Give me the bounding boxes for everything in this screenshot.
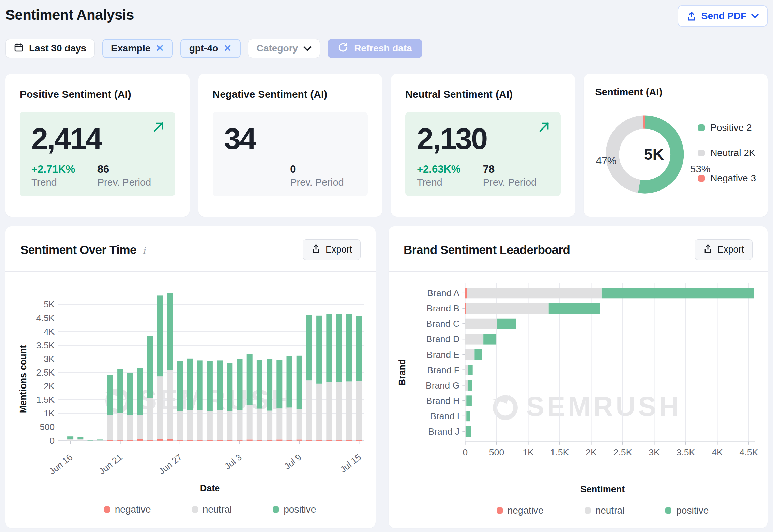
bar-segment[interactable] (356, 381, 362, 440)
bar-segment[interactable] (306, 440, 312, 441)
bar-segment[interactable] (117, 369, 123, 413)
bar-segment[interactable] (107, 415, 113, 440)
bar-segment[interactable] (77, 439, 83, 441)
bar-segment[interactable] (167, 439, 173, 441)
bar-segment[interactable] (117, 413, 123, 440)
bar-segment[interactable] (267, 411, 272, 440)
bar-segment[interactable] (257, 409, 262, 440)
filter-chip-gpt-4o[interactable]: gpt-4o ✕ (180, 39, 241, 58)
bar-segment[interactable] (107, 440, 113, 441)
bar-segment[interactable] (227, 440, 232, 441)
bar-segment[interactable] (177, 361, 183, 411)
bar-segment[interactable] (316, 440, 322, 441)
bar-segment[interactable] (217, 360, 223, 410)
bar-segment[interactable] (602, 288, 754, 299)
bar-segment[interactable] (137, 415, 143, 439)
close-icon[interactable]: ✕ (156, 44, 164, 53)
bar-segment[interactable] (467, 288, 602, 299)
bar-segment[interactable] (77, 437, 83, 439)
bar-segment[interactable] (326, 382, 332, 440)
bar-segment[interactable] (227, 363, 232, 411)
bar-segment[interactable] (465, 365, 468, 375)
bar-segment[interactable] (465, 349, 475, 360)
bar-segment[interactable] (316, 384, 322, 440)
bar-segment[interactable] (287, 440, 292, 441)
bar-segment[interactable] (187, 440, 193, 441)
bar-segment[interactable] (197, 360, 203, 410)
bar-segment[interactable] (247, 439, 253, 441)
bar-segment[interactable] (67, 439, 73, 441)
bar-segment[interactable] (468, 380, 472, 391)
bar-segment[interactable] (167, 293, 173, 370)
bar-segment[interactable] (197, 410, 203, 440)
bar-segment[interactable] (177, 440, 183, 441)
export-button[interactable]: Export (303, 239, 361, 260)
bar-segment[interactable] (157, 376, 163, 439)
bar-segment[interactable] (297, 356, 302, 409)
bar-segment[interactable] (306, 315, 312, 380)
bar-segment[interactable] (207, 440, 213, 441)
bar-segment[interactable] (287, 407, 292, 440)
bar-segment[interactable] (287, 356, 292, 407)
bar-segment[interactable] (167, 370, 173, 439)
bar-segment[interactable] (346, 381, 352, 440)
bar-segment[interactable] (207, 411, 213, 440)
bar-segment[interactable] (147, 336, 153, 398)
bar-segment[interactable] (137, 368, 143, 415)
bar-segment[interactable] (247, 354, 253, 405)
bar-segment[interactable] (107, 375, 113, 415)
bar-segment[interactable] (465, 411, 467, 421)
export-button[interactable]: Export (695, 239, 753, 260)
bar-segment[interactable] (247, 405, 253, 439)
filter-chip-example[interactable]: Example ✕ (102, 39, 173, 58)
bar-segment[interactable] (468, 365, 473, 375)
bar-segment[interactable] (346, 314, 352, 381)
bar-segment[interactable] (276, 439, 282, 441)
bar-segment[interactable] (465, 319, 497, 329)
bar-segment[interactable] (276, 408, 282, 439)
bar-segment[interactable] (217, 410, 223, 440)
category-dropdown[interactable]: Category (248, 39, 320, 58)
bar-segment[interactable] (316, 316, 322, 384)
brand-leaderboard-chart[interactable]: 05001K1.5K2K2.5K3K3.5K4K4.5KBrand ABrand… (402, 280, 762, 476)
bar-segment[interactable] (207, 361, 213, 411)
close-icon[interactable]: ✕ (224, 44, 231, 53)
bar-segment[interactable] (326, 440, 332, 441)
bar-segment[interactable] (177, 411, 183, 440)
bar-segment[interactable] (465, 303, 466, 314)
bar-segment[interactable] (237, 410, 243, 440)
bar-segment[interactable] (197, 440, 203, 441)
info-icon[interactable]: i (142, 245, 146, 256)
bar-segment[interactable] (297, 439, 302, 441)
donut-svg[interactable] (603, 103, 687, 206)
bar-segment[interactable] (147, 398, 153, 440)
bar-segment[interactable] (483, 334, 496, 345)
bar-segment[interactable] (356, 440, 362, 441)
bar-segment[interactable] (276, 360, 282, 409)
bar-segment[interactable] (465, 288, 467, 299)
bar-segment[interactable] (549, 303, 600, 314)
bar-segment[interactable] (257, 440, 262, 441)
bar-segment[interactable] (497, 319, 516, 329)
bar-segment[interactable] (346, 440, 352, 441)
bar-segment[interactable] (267, 359, 272, 411)
bar-segment[interactable] (127, 373, 133, 415)
bar-segment[interactable] (97, 440, 103, 441)
bar-segment[interactable] (474, 349, 482, 360)
bar-segment[interactable] (356, 316, 362, 381)
bar-segment[interactable] (267, 440, 272, 441)
bar-segment[interactable] (237, 440, 243, 441)
bar-segment[interactable] (336, 440, 342, 441)
sentiment-over-time-chart[interactable]: 05001K1.5K2K2.5K3K3.5K4K4.5K5KJun 16Jun … (29, 280, 370, 480)
bar-segment[interactable] (466, 411, 470, 421)
bar-segment[interactable] (297, 409, 302, 439)
bar-segment[interactable] (88, 440, 93, 441)
bar-segment[interactable] (257, 360, 262, 409)
bar-segment[interactable] (137, 439, 143, 441)
bar-segment[interactable] (217, 440, 223, 441)
bar-segment[interactable] (306, 380, 312, 440)
bar-segment[interactable] (466, 395, 472, 406)
bar-segment[interactable] (67, 436, 73, 439)
bar-segment[interactable] (187, 359, 193, 410)
bar-segment[interactable] (117, 440, 123, 441)
